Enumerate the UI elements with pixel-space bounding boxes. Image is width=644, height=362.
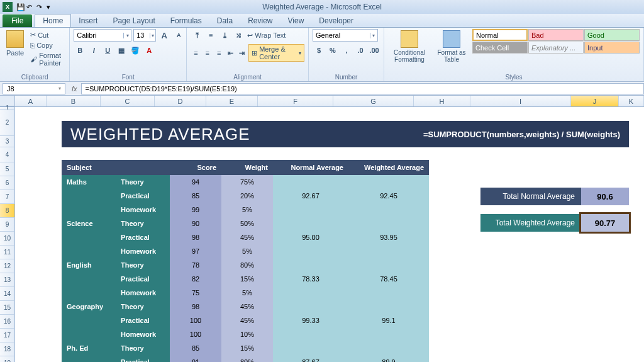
font-size-combo[interactable]: ▾ — [133, 29, 156, 42]
indent-inc-button[interactable]: ⇥ — [237, 47, 247, 59]
row-header[interactable]: 2 — [0, 110, 15, 136]
spreadsheet-grid[interactable]: A B C D E F G H I J K 123456789101112131… — [0, 96, 644, 362]
row-header[interactable]: 19 — [0, 356, 15, 362]
row-header[interactable]: 3 — [0, 136, 15, 147]
row-header[interactable]: 17 — [0, 329, 15, 342]
align-left-button[interactable]: ≡ — [191, 47, 201, 59]
row-header[interactable]: 5 — [0, 162, 15, 176]
copy-button[interactable]: ⎘Copy — [29, 41, 65, 50]
col-header[interactable]: G — [333, 96, 414, 106]
chevron-down-icon[interactable]: ▾ — [123, 33, 131, 38]
tab-insert[interactable]: Insert — [71, 14, 105, 27]
row-header[interactable]: 12 — [0, 259, 15, 273]
grow-font-button[interactable]: A — [158, 29, 170, 42]
col-header[interactable]: A — [15, 96, 47, 106]
inc-decimal-button[interactable]: .0 — [354, 44, 367, 57]
formula-input[interactable]: =SUMPRODUCT(D5:D19*E5:E19)/SUM(E5:E19) — [81, 83, 644, 94]
chevron-down-icon[interactable]: ▾ — [370, 33, 377, 38]
style-bad[interactable]: Bad — [528, 29, 584, 41]
qat-more-icon[interactable]: ▾ — [47, 3, 54, 11]
cell-weighted-avg: 99.1 — [348, 314, 429, 327]
tab-view[interactable]: View — [280, 14, 312, 27]
number-format-combo[interactable]: ▾ — [313, 29, 378, 42]
font-name-input[interactable] — [74, 31, 123, 39]
font-size-input[interactable] — [134, 31, 150, 39]
cell-score: 94 — [170, 175, 221, 189]
qat-redo-icon[interactable]: ↷ — [36, 3, 44, 11]
border-button[interactable]: ▦ — [115, 44, 128, 57]
comma-button[interactable]: , — [340, 44, 353, 57]
font-color-button[interactable]: A — [143, 44, 155, 57]
format-as-table-button[interactable]: Format as Table — [433, 29, 470, 64]
cells-area[interactable]: WEIGHTED AVERAGE =SUMPRODUCT(numbers,wei… — [15, 107, 644, 362]
wrap-text-button[interactable]: ↩Wrap Text — [246, 31, 287, 40]
col-header[interactable]: F — [258, 96, 333, 106]
row-header[interactable]: 8 — [0, 204, 15, 218]
row-header[interactable]: 11 — [0, 246, 15, 259]
cell-normal-avg: 87.67 — [273, 355, 348, 362]
conditional-formatting-button[interactable]: Conditional Formatting — [388, 29, 431, 64]
align-bottom-button[interactable]: ⤓ — [218, 29, 231, 42]
underline-button[interactable]: U — [101, 44, 114, 57]
cell-type: Homework — [116, 244, 170, 258]
col-header[interactable]: B — [47, 96, 101, 106]
tab-home[interactable]: Home — [35, 14, 71, 27]
col-header[interactable]: C — [101, 96, 155, 106]
fill-color-button[interactable]: 🪣 — [129, 44, 142, 57]
align-center-button[interactable]: ≡ — [203, 47, 213, 59]
style-input[interactable]: Input — [584, 42, 640, 54]
align-top-button[interactable]: ⤒ — [191, 29, 203, 42]
fx-icon[interactable]: fx — [72, 85, 77, 93]
row-header[interactable]: 16 — [0, 315, 15, 329]
row-header[interactable]: 18 — [0, 342, 15, 356]
row-header[interactable]: 4 — [0, 147, 15, 162]
qat-undo-icon[interactable]: ↶ — [26, 3, 34, 11]
dec-decimal-button[interactable]: .00 — [368, 44, 380, 57]
format-painter-button[interactable]: 🖌Format Painter — [29, 51, 65, 67]
col-header[interactable]: H — [414, 96, 470, 106]
cell-normal-avg — [273, 327, 348, 341]
row-header[interactable]: 14 — [0, 287, 15, 301]
chevron-down-icon[interactable]: ▾ — [150, 33, 155, 38]
cut-button[interactable]: ✂Cut — [29, 30, 65, 40]
bold-button[interactable]: B — [74, 44, 86, 57]
row-header[interactable]: 15 — [0, 301, 15, 315]
name-box[interactable]: J8▾ — [3, 83, 65, 94]
shrink-font-button[interactable]: A — [172, 29, 185, 42]
style-explanatory[interactable]: Explanatory ... — [528, 42, 584, 54]
indent-dec-button[interactable]: ⇤ — [225, 47, 235, 59]
tab-formulas[interactable]: Formulas — [163, 14, 209, 27]
col-header[interactable]: D — [155, 96, 206, 106]
chevron-down-icon[interactable]: ▾ — [58, 86, 61, 91]
percent-button[interactable]: % — [326, 44, 339, 57]
align-right-button[interactable]: ≡ — [214, 47, 224, 59]
tab-review[interactable]: Review — [240, 14, 280, 27]
style-normal[interactable]: Normal — [472, 29, 528, 41]
tab-page-layout[interactable]: Page Layout — [105, 14, 162, 27]
merge-center-button[interactable]: ⊞Merge & Center▾ — [248, 44, 304, 62]
row-header[interactable]: 9 — [0, 218, 15, 232]
style-check-cell[interactable]: Check Cell — [472, 42, 528, 54]
col-header[interactable]: E — [206, 96, 258, 106]
qat-save-icon[interactable]: 💾 — [16, 3, 24, 11]
row-header[interactable]: 10 — [0, 232, 15, 246]
cell-type: Theory — [116, 217, 170, 230]
style-good[interactable]: Good — [584, 29, 640, 41]
cell-normal-avg — [273, 203, 348, 217]
number-format-input[interactable] — [313, 31, 370, 39]
row-header[interactable]: 7 — [0, 190, 15, 204]
file-tab[interactable]: File — [3, 14, 32, 27]
tab-data[interactable]: Data — [209, 14, 240, 27]
tab-developer[interactable]: Developer — [311, 14, 361, 27]
row-header[interactable]: 13 — [0, 273, 15, 287]
col-header[interactable]: I — [470, 96, 571, 106]
font-name-combo[interactable]: ▾ — [74, 29, 131, 42]
col-header[interactable]: J — [571, 96, 619, 106]
paste-button[interactable]: Paste — [4, 29, 26, 58]
align-middle-button[interactable]: ≡ — [204, 29, 217, 42]
row-header[interactable]: 6 — [0, 176, 15, 190]
italic-button[interactable]: I — [87, 44, 100, 57]
col-header[interactable]: K — [619, 96, 644, 106]
currency-button[interactable]: $ — [313, 44, 325, 57]
orientation-button[interactable]: ⤭ — [232, 29, 245, 42]
